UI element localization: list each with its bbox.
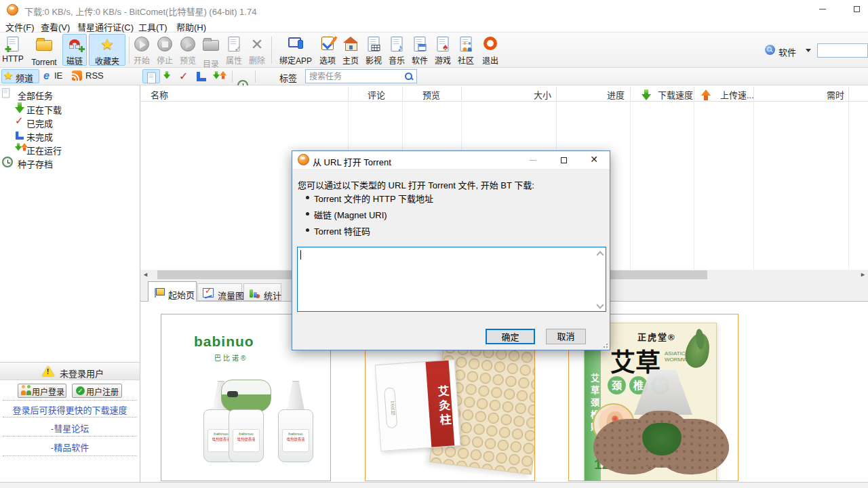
column-comments[interactable]: 评论 <box>368 88 385 101</box>
maximize-button[interactable] <box>846 3 867 16</box>
torrent-button[interactable]: Torrent <box>27 34 61 66</box>
patch-product <box>593 407 729 477</box>
sidebar-tab-rss[interactable]: RSS <box>72 69 108 83</box>
url-input-area[interactable] <box>297 247 606 312</box>
unfinished-icon <box>16 131 24 140</box>
scroll-left-arrow[interactable]: ◄ <box>140 270 151 280</box>
dialog-title-bar: 从 URL 打开 Torrent ✕ <box>292 151 610 169</box>
task-search-input[interactable] <box>306 70 416 83</box>
featured-software-link[interactable]: -精品软件 <box>0 441 140 453</box>
options-icon <box>321 37 334 50</box>
column-progress[interactable]: 进度 <box>607 88 625 101</box>
seed-archive-clock-icon <box>2 157 13 167</box>
filter-finished-icon[interactable]: ✓ <box>179 70 188 83</box>
bullet-infohash: Torrent 特征码 <box>314 224 370 237</box>
home-button[interactable]: 主页 <box>339 34 362 66</box>
video-page-icon <box>368 37 380 52</box>
delete-x-icon: ✕ <box>251 37 263 53</box>
category-dropdown-caret[interactable] <box>806 49 811 52</box>
start-page-flag-icon <box>153 287 164 298</box>
torrent-folder-icon <box>36 40 52 51</box>
dialog-minimize-button <box>523 154 543 166</box>
filter-unfinished-icon[interactable] <box>197 72 206 81</box>
video-button[interactable]: 影视 <box>362 34 385 66</box>
bullet-http-url: Torrent 文件的 HTTP 下载地址 <box>314 192 433 205</box>
dialog-comet-icon <box>298 154 309 165</box>
login-speed-tip-link[interactable]: 登录后可获得更快的下载速度 <box>0 403 140 416</box>
exit-button[interactable]: 退出 <box>479 34 502 66</box>
tab-traffic-chart[interactable]: 流量图 <box>197 283 242 301</box>
bind-app-icon <box>288 37 303 50</box>
web-search-box <box>817 43 868 58</box>
exit-icon <box>484 37 497 50</box>
play-icon <box>134 37 149 52</box>
column-name[interactable]: 名称 <box>151 88 168 101</box>
divider <box>3 417 137 418</box>
delete-button: ✕ 删除 <box>245 34 269 66</box>
window-title: 下载:0 KB/s, 上传:0 KB/s - BitComet(比特彗星) (6… <box>24 5 256 18</box>
app-comet-icon <box>7 4 18 16</box>
favorites-button[interactable]: ★ 收藏夹 <box>89 34 125 66</box>
comet-forum-link[interactable]: -彗星论坛 <box>0 422 140 434</box>
menu-bar: 文件(F) 查看(V) 彗星通行证(C) 工具(T) 帮助(H) <box>0 19 868 33</box>
filter-active-icon[interactable] <box>213 71 229 84</box>
warning-icon <box>42 366 54 376</box>
bind-app-button[interactable]: 绑定APP <box>275 34 316 66</box>
scroll-down-chevron[interactable] <box>597 301 604 308</box>
user-login-button[interactable]: 用户登录 <box>18 384 66 398</box>
dialog-maximize-button[interactable] <box>553 154 574 166</box>
ok-button[interactable]: 确定 <box>486 329 535 344</box>
stop-icon <box>157 37 172 52</box>
main-toolbar: HTTP Torrent 磁链 ★ 收藏夹 开始 停止 预览 目录 <box>0 33 868 68</box>
web-search-input[interactable] <box>818 44 867 57</box>
community-page-icon <box>460 37 472 52</box>
menu-view[interactable]: 查看(V) <box>38 20 73 32</box>
menu-help[interactable]: 帮助(H) <box>174 20 209 32</box>
column-preview[interactable]: 预览 <box>422 88 440 101</box>
column-eta[interactable]: 需时 <box>827 88 844 101</box>
user-register-button[interactable]: ✓ 用户注册 <box>72 384 122 398</box>
options-button[interactable]: 选项 <box>316 34 339 66</box>
menu-tools[interactable]: 工具(T) <box>136 20 170 32</box>
community-button[interactable]: 社区 <box>454 34 477 66</box>
divider <box>3 436 137 436</box>
task-sidebar: 全部任务 正在下载 ✓ 已完成 未完成 正在运行 种子存档 未登录用户 <box>0 85 140 482</box>
games-button[interactable]: ♠ 游戏 <box>431 34 454 66</box>
dialog-close-button[interactable]: ✕ <box>584 154 604 166</box>
tab-statistics[interactable]: 统计 <box>243 283 281 301</box>
scroll-right-arrow[interactable]: ► <box>858 270 868 280</box>
moxa-box-title: 艾灸柱 <box>426 361 455 447</box>
column-upload-speed[interactable]: 上传速... <box>720 88 754 101</box>
search-category-label[interactable]: 软件 <box>778 45 796 58</box>
scroll-up-chevron[interactable] <box>597 251 604 258</box>
magnet-button[interactable]: 磁链 <box>62 34 87 66</box>
tag-label[interactable]: 标签 <box>279 71 297 84</box>
menu-passport[interactable]: 彗星通行证(C) <box>75 20 136 32</box>
new-task-button[interactable] <box>142 69 160 83</box>
music-button[interactable]: ♪ 音乐 <box>385 34 408 66</box>
column-size[interactable]: 大小 <box>534 88 551 101</box>
search-category-icon <box>765 45 775 55</box>
minimize-button[interactable] <box>812 3 833 16</box>
sidebar-tab-channel[interactable]: ★ 频道 <box>1 69 39 83</box>
patch-word-circle: 颈 <box>608 376 626 394</box>
resize-grip[interactable] <box>602 342 608 348</box>
properties-page-icon: ✓ <box>229 37 240 52</box>
sidebar-tab-ie[interactable]: e IE <box>42 69 71 83</box>
http-button[interactable]: HTTP <box>0 34 26 66</box>
all-tasks-icon <box>2 88 9 98</box>
menu-file[interactable]: 文件(F) <box>3 20 37 32</box>
star-icon: ★ <box>100 37 114 52</box>
filter-downloading-icon[interactable] <box>163 71 173 82</box>
tab-start-page[interactable]: 起始页 <box>148 281 197 302</box>
column-download-speed[interactable]: 下载速度 <box>658 88 693 101</box>
text-caret <box>300 250 301 260</box>
users-icon <box>21 387 32 395</box>
login-status-header: 未登录用户 <box>0 363 140 380</box>
cancel-button[interactable]: 取消 <box>546 329 586 344</box>
login-status-text: 未登录用户 <box>60 367 104 380</box>
software-button[interactable]: 软件 <box>408 34 431 66</box>
patch-brand: 正虎堂® <box>637 330 676 343</box>
search-magnifier-icon[interactable] <box>404 72 414 81</box>
toolbar-separator <box>129 37 130 64</box>
